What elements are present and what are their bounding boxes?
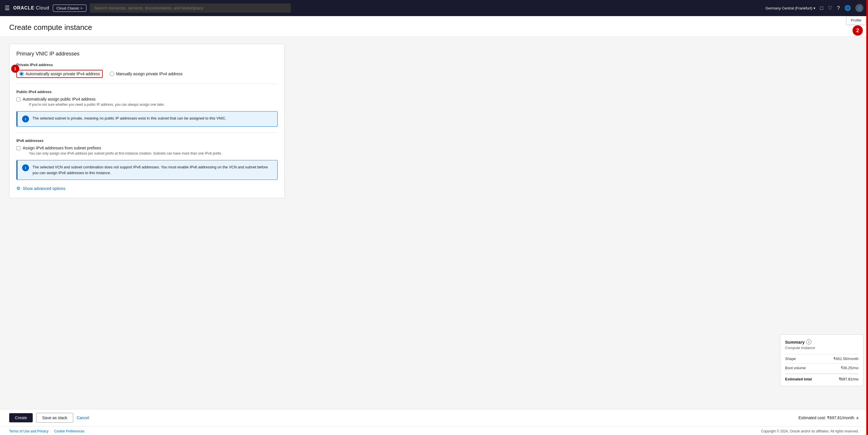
step-badge-1: 1 (11, 65, 19, 73)
summary-shape-row: Shape ₹661.56/month (785, 354, 859, 363)
right-panel: Summary i Compute instance Shape ₹661.56… (776, 37, 868, 409)
terms-link[interactable]: Terms of Use and Privacy (9, 429, 49, 433)
summary-title-row: Summary i (785, 339, 859, 345)
page-header: Create compute instance (0, 16, 868, 37)
topnav-right-section: Germany Central (Frankfurt) ▾ □ ♡ ? 🌐 👤 (766, 4, 863, 12)
divider-1 (17, 84, 278, 84)
public-ipv4-label: Public IPv4 address (17, 90, 278, 94)
copyright-text: Copyright © 2024, Oracle and/or its affi… (761, 429, 859, 433)
summary-total-row: Estimated total ₹697.81/mo (785, 374, 859, 381)
step-badge-2: 2 (852, 25, 863, 36)
ipv6-checkbox-label: Assign IPv6 addresses from subnet prefix… (23, 146, 222, 150)
private-subnet-info-box: i The selected subnet is private, meanin… (17, 111, 278, 127)
ipv6-label: IPv6 addresses (17, 139, 278, 143)
ipv6-info-box: i The selected VCN and subnet combinatio… (17, 160, 278, 180)
footer-left: Terms of Use and Privacy Cookie Preferen… (9, 429, 84, 433)
auto-private-highlight: Automatically assign private IPv4 addres… (17, 70, 103, 78)
divider-2 (17, 133, 278, 133)
region-label: Germany Central (Frankfurt) (766, 6, 812, 10)
cloud-classic-button[interactable]: Cloud Classic > (53, 5, 86, 12)
show-advanced-options-link[interactable]: ⚙ Show advanced options (17, 185, 278, 191)
show-advanced-label: Show advanced options (23, 186, 65, 191)
ipv6-hint: You can only assign one IPv6 address per… (29, 151, 222, 155)
top-navigation: ☰ ORACLE Cloud Cloud Classic > Germany C… (0, 0, 868, 16)
settings-icon: ⚙ (17, 185, 20, 191)
action-bar: Create Save as stack Cancel Estimated co… (0, 409, 868, 426)
hamburger-menu-icon[interactable]: ☰ (5, 5, 10, 11)
red-border-indicator (866, 0, 868, 435)
region-selector[interactable]: Germany Central (Frankfurt) ▾ (766, 6, 815, 10)
ipv6-checkbox[interactable] (17, 146, 20, 150)
language-icon[interactable]: 🌐 (844, 5, 851, 11)
auto-public-checkbox-group: Automatically assign public IPv4 address… (17, 97, 278, 107)
manual-private-radio[interactable] (110, 71, 114, 76)
vnic-card-title: Primary VNIC IP addresses (17, 51, 278, 57)
shape-label: Shape (785, 356, 796, 361)
ipv6-info-text: The selected VCN and subnet combination … (32, 164, 273, 176)
auto-public-checkbox-label: Automatically assign public IPv4 address (23, 97, 164, 102)
auto-private-radio[interactable] (19, 71, 24, 76)
auto-private-radio-option[interactable]: Automatically assign private IPv4 addres… (19, 71, 100, 76)
chevron-down-icon: ▾ (813, 6, 815, 10)
shape-value: ₹661.56/month (833, 356, 859, 361)
main-layout: Primary VNIC IP addresses Private IPv4 a… (0, 37, 868, 409)
oracle-logo-text: ORACLE (13, 5, 34, 10)
estimated-total-label: Estimated total (785, 377, 812, 381)
private-ipv4-label: Private IPv4 address (17, 63, 278, 67)
main-content: Primary VNIC IP addresses Private IPv4 a… (0, 37, 776, 409)
estimated-cost-label: Estimated cost: ₹697.81/month (799, 415, 854, 420)
developer-tools-icon[interactable]: □ (820, 5, 823, 11)
user-avatar-icon[interactable]: 👤 (856, 4, 863, 12)
private-subnet-info-text: The selected subnet is private, meaning … (32, 116, 226, 121)
boot-volume-value: ₹36.25/mo (841, 366, 859, 370)
footer: Terms of Use and Privacy Cookie Preferen… (0, 426, 868, 435)
info-icon-private-subnet: i (22, 116, 29, 122)
profile-tooltip: Profile (846, 16, 866, 24)
summary-card: Summary i Compute instance Shape ₹661.56… (780, 335, 863, 386)
search-input[interactable] (90, 3, 291, 12)
auto-public-checkbox[interactable] (17, 97, 20, 102)
chevron-up-icon[interactable]: ∧ (856, 415, 859, 420)
boot-volume-label: Boot volume (785, 366, 806, 370)
oracle-logo: ORACLE Cloud (13, 5, 50, 11)
manual-private-label: Manually assign private IPv4 address (116, 71, 183, 76)
private-ipv4-radio-group: 1 Automatically assign private IPv4 addr… (17, 70, 278, 78)
vnic-ip-card: Primary VNIC IP addresses Private IPv4 a… (9, 44, 285, 198)
cookie-preferences-link[interactable]: Cookie Preferences (54, 429, 84, 433)
notifications-icon[interactable]: ♡ (828, 5, 832, 11)
auto-public-hint: If you're not sure whether you need a pu… (29, 103, 164, 107)
save-as-stack-button[interactable]: Save as stack (36, 413, 73, 423)
info-icon-ipv6: i (22, 164, 29, 171)
summary-subtitle: Compute instance (785, 346, 859, 350)
ipv6-checkbox-group: Assign IPv6 addresses from subnet prefix… (17, 146, 278, 155)
cancel-button[interactable]: Cancel (76, 415, 89, 420)
summary-info-icon[interactable]: i (806, 339, 811, 345)
manual-private-radio-option[interactable]: Manually assign private IPv4 address (110, 71, 183, 76)
estimated-total-value: ₹697.81/mo (839, 377, 859, 381)
summary-boot-volume-row: Boot volume ₹36.25/mo (785, 363, 859, 372)
page-title: Create compute instance (9, 23, 859, 32)
summary-title-text: Summary (785, 340, 805, 345)
help-icon[interactable]: ? (837, 5, 840, 11)
auto-private-label: Automatically assign private IPv4 addres… (26, 71, 100, 76)
create-button[interactable]: Create (9, 413, 33, 423)
